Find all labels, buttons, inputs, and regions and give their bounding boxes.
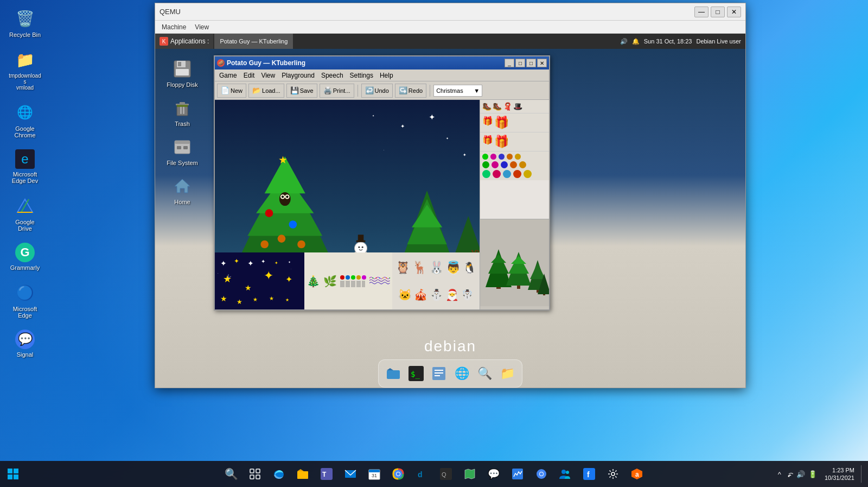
angel-character[interactable]: 👼 <box>446 261 461 275</box>
cat-character[interactable]: 🐱 <box>398 288 412 301</box>
gift-green[interactable]: 🎁 <box>482 135 493 149</box>
dot-green[interactable] <box>482 154 488 160</box>
characters-strip[interactable]: 🦉 🦌 🐰 👼 🐧 🐱 <box>392 252 480 309</box>
dot-blue[interactable] <box>499 154 505 160</box>
dock-icon-search[interactable]: 🔍 <box>474 363 495 384</box>
dot-teal-xl[interactable] <box>482 170 490 178</box>
ktuberling-maximize-button[interactable]: □ <box>526 59 536 67</box>
redo-button[interactable]: ↪️ Redo <box>395 84 426 98</box>
taskbar-edge-icon[interactable] <box>268 463 290 485</box>
qemu-maximize-button[interactable]: □ <box>711 7 725 17</box>
desktop-icon-drive[interactable]: Google Drive <box>5 193 44 234</box>
boot-right[interactable]: 🥾 <box>493 102 502 111</box>
gift-yellow[interactable]: 🎁 <box>494 135 509 149</box>
desktop-icon-recycle-bin[interactable]: 🗑️ Recycle Bin <box>5 5 44 40</box>
desktop-icon-tmp[interactable]: 📁 tmpdownloadsvmload <box>5 47 44 93</box>
taskbar-teams-icon[interactable]: T <box>316 463 337 485</box>
load-button[interactable]: 📂 Load... <box>248 84 284 98</box>
deb-home-icon[interactable]: Home <box>163 175 202 205</box>
dot-gold-xl[interactable] <box>524 170 532 178</box>
taskbar-clock[interactable]: 1:23 PM 10/31/2021 <box>820 464 859 484</box>
dot-orange[interactable] <box>507 154 513 160</box>
taskbar-facebook-icon[interactable]: f <box>578 463 600 485</box>
debian-active-window-btn[interactable]: Potato Guy — KTuberling <box>214 34 293 49</box>
snowman-character[interactable]: ⛄ <box>430 288 443 301</box>
taskbar-task-view-icon[interactable] <box>244 463 266 485</box>
taskbar-messenger-icon[interactable]: 💬 <box>483 463 505 485</box>
gift-blue[interactable]: 🎁 <box>482 116 493 130</box>
kt-menu-game[interactable]: Game <box>216 71 240 80</box>
taskbar-dell-icon[interactable]: d <box>411 463 433 485</box>
dock-icon-browser[interactable]: 🌐 <box>451 363 472 384</box>
reindeer-character[interactable]: 🦌 <box>412 261 427 275</box>
debian-applications-menu[interactable]: K Applications : <box>155 34 213 49</box>
santa-character[interactable]: 🎅 <box>445 288 459 301</box>
taskbar-calendar-icon[interactable]: 31 <box>363 463 385 485</box>
dock-icon-notes[interactable] <box>429 363 449 384</box>
dot-yellow[interactable] <box>515 154 521 160</box>
dot-amber-lg[interactable] <box>519 161 526 168</box>
owl-character[interactable]: 🦉 <box>395 261 410 275</box>
deb-floppy-disk-icon[interactable]: Floppy Disk <box>163 58 202 88</box>
ktuberling-canvas[interactable]: ✦ ✦ ✦ ✦ ✦ · <box>215 100 480 309</box>
kt-menu-playground[interactable]: Playground <box>278 71 318 80</box>
ktuberling-minimize-button[interactable]: _ <box>505 59 514 67</box>
dock-icon-terminal[interactable]: $_ <box>406 363 426 384</box>
snowman2-character[interactable]: ☃️ <box>461 289 473 301</box>
kt-menu-help[interactable]: Help <box>376 71 397 80</box>
qemu-minimize-button[interactable]: — <box>694 7 709 17</box>
taskbar-chrome2-icon[interactable] <box>531 463 552 485</box>
taskbar-avast-icon[interactable]: a <box>626 463 648 485</box>
kt-menu-edit[interactable]: Edit <box>240 71 258 80</box>
dock-icon-files-manager[interactable] <box>383 363 404 384</box>
taskbar-start-button[interactable] <box>2 463 24 485</box>
dot-blue-lg[interactable] <box>501 161 508 168</box>
taskbar-file-explorer-icon[interactable] <box>292 463 314 485</box>
ktuberling-close-button[interactable]: ✕ <box>537 59 547 67</box>
decorations-strip[interactable]: 🎄 🌿 <box>304 252 392 309</box>
taskbar-settings-icon[interactable] <box>602 463 624 485</box>
theme-dropdown[interactable]: Christmas ▼ <box>433 85 482 97</box>
desktop-icon-edge[interactable]: 🔵 Microsoft Edge <box>5 280 44 321</box>
dot-pink[interactable] <box>490 154 496 160</box>
desktop-icon-grammarly[interactable]: G Grammarly <box>5 241 44 273</box>
taskbar-qemu-icon[interactable]: Q <box>435 463 457 485</box>
taskbar-chrome-icon[interactable] <box>387 463 409 485</box>
dot-crimson-xl[interactable] <box>513 170 521 178</box>
tray-chevron[interactable]: ^ <box>777 470 782 478</box>
tray-volume-icon[interactable]: 🔊 <box>795 470 806 478</box>
taskbar-maps-icon[interactable] <box>459 463 481 485</box>
desktop-icon-edge-dev[interactable]: e Microsoft Edge Dev <box>5 147 44 186</box>
qemu-menu-machine[interactable]: Machine <box>157 22 190 32</box>
qemu-menu-view[interactable]: View <box>190 22 213 32</box>
dot-magenta-lg[interactable] <box>492 161 499 168</box>
kt-menu-settings[interactable]: Settings <box>347 71 376 80</box>
scarf-item[interactable]: 🧣 <box>503 102 512 111</box>
deb-file-system-icon[interactable]: File System <box>163 136 202 166</box>
desktop-icon-chrome[interactable]: 🌐 Google Chrome <box>5 99 44 141</box>
taskbar-performance-icon[interactable] <box>507 463 528 485</box>
taskbar-people-icon[interactable] <box>554 463 576 485</box>
dot-green-lg[interactable] <box>482 161 489 168</box>
save-button[interactable]: 💾 Save <box>286 84 317 98</box>
tray-network-icon[interactable] <box>783 469 794 479</box>
toy-character[interactable]: 🎪 <box>414 288 427 301</box>
garland-item-2[interactable]: 🌿 <box>323 275 337 288</box>
garland-item-1[interactable]: 🎄 <box>307 275 320 288</box>
kt-menu-view[interactable]: View <box>258 71 278 80</box>
print-button[interactable]: 🖨️ Print... <box>320 84 354 98</box>
taskbar-mail-icon[interactable] <box>340 463 361 485</box>
dot-cyan-xl[interactable] <box>503 170 511 178</box>
new-button[interactable]: 📄 New <box>217 84 246 98</box>
deb-trash-icon[interactable]: Trash <box>163 97 202 127</box>
dot-orange-lg[interactable] <box>510 161 517 168</box>
tray-battery-icon[interactable]: 🔋 <box>807 470 818 478</box>
hat-item[interactable]: 🎩 <box>513 102 522 111</box>
dot-red-xl[interactable] <box>493 170 501 178</box>
tray-show-desktop[interactable] <box>861 465 864 483</box>
kt-menu-speech[interactable]: Speech <box>318 71 347 80</box>
desktop-icon-signal[interactable]: 💬 Signal <box>5 327 44 360</box>
dock-icon-folder[interactable]: 📁 <box>497 363 518 384</box>
undo-button[interactable]: ↩️ Undo <box>361 84 393 98</box>
rabbit-character[interactable]: 🐰 <box>429 261 444 275</box>
